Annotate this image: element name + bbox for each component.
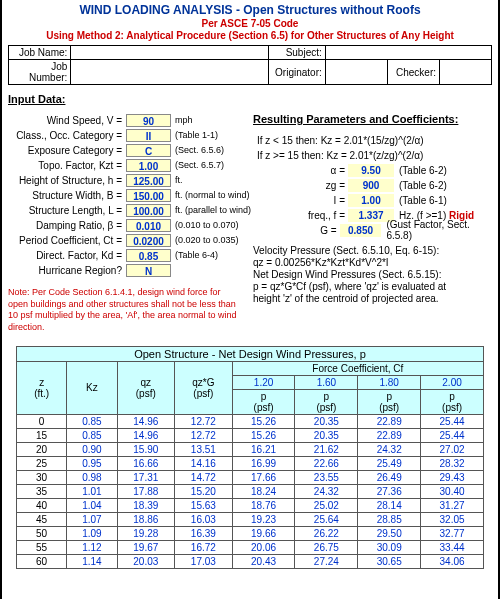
checker-value[interactable] [440, 60, 492, 85]
expcat-input[interactable]: C [126, 144, 171, 157]
qz-equation: qz = 0.00256*Kz*Kzt*Kd*V^2*I [253, 257, 488, 268]
beta-input[interactable]: 0.010 [126, 219, 171, 232]
B-input[interactable]: 150.00 [126, 189, 171, 202]
L-unit: ft. (parallel to wind) [171, 205, 251, 215]
kzt-label: Topo. Factor, Kzt = [8, 160, 126, 171]
kz-low-eq: If z < 15 then: Kz = 2.01*(15/zg)^(2/α) [253, 135, 483, 146]
h-input[interactable]: 125.00 [126, 174, 171, 187]
bottom-fade [2, 575, 498, 599]
z-head: z [39, 377, 44, 388]
inputs-title: Input Data: [8, 93, 492, 105]
table-row: 250.9516.6614.1616.9922.6625.4928.32 [17, 456, 484, 470]
originator-value[interactable] [325, 60, 387, 85]
beta-label: Damping Ratio, β = [8, 220, 126, 231]
occcat-note: (Table 1-1) [171, 130, 218, 140]
hurr-label: Hurricane Region? [8, 265, 126, 276]
B-label: Structure Width, B = [8, 190, 126, 201]
table-row: 501.0919.2816.3919.6626.2229.5032.77 [17, 526, 484, 540]
hurr-input[interactable]: N [126, 264, 171, 277]
L-label: Structure Length, L = [8, 205, 126, 216]
results-column: Resulting Parameters and Coefficients: I… [253, 113, 488, 334]
kzt-note: (Sect. 6.5.7) [171, 160, 224, 170]
zg-label: zg = [253, 180, 348, 191]
table-row: 300.9817.3114.7217.6623.5526.4929.43 [17, 470, 484, 484]
expcat-label: Exposure Category = [8, 145, 126, 156]
inputs-column: Wind Speed, V =90mph Class., Occ. Catego… [8, 113, 253, 334]
expcat-note: (Sect. 6.5.6) [171, 145, 224, 155]
alpha-note: (Table 6-2) [394, 165, 447, 176]
I-note: (Table 6-1) [394, 195, 447, 206]
table-row: 401.0418.3915.6318.7625.0228.1431.27 [17, 498, 484, 512]
header-table: Job Name: Subject: Job Number: Originato… [8, 45, 492, 85]
p-equation2: height 'z' of the centroid of projected … [253, 293, 488, 304]
kzt-input[interactable]: 1.00 [126, 159, 171, 172]
alpha-label: α = [253, 165, 348, 176]
table-row: 351.0117.8815.2018.2424.3227.3630.40 [17, 484, 484, 498]
originator-label: Originator: [268, 60, 325, 85]
ct-label: Period Coefficient, Ct = [8, 235, 126, 246]
G-label: G = [253, 225, 340, 236]
qz-head: qz [141, 377, 152, 388]
kz-head: Kz [67, 361, 117, 414]
cf-3[interactable]: 2.00 [421, 375, 484, 389]
jobnumber-label: Job Number: [9, 60, 71, 85]
kd-note: (Table 6-4) [171, 250, 218, 260]
subject-value[interactable] [325, 46, 491, 60]
page-title: WIND LOADING ANALYSIS - Open Structures … [8, 3, 492, 17]
L-input[interactable]: 100.00 [126, 204, 171, 217]
velocity-title: Velocity Pressure (Sect. 6.5.10, Eq. 6-1… [253, 245, 488, 256]
f-label: freq., f = [253, 210, 348, 221]
I-label: I = [253, 195, 348, 206]
wind-pressure-table: Open Structure - Net Design Wind Pressur… [16, 346, 484, 569]
subject-label: Subject: [268, 46, 325, 60]
design-note: Note: Per Code Section 6.1.4.1, design w… [8, 287, 243, 334]
kd-input[interactable]: 0.85 [126, 249, 171, 262]
subtitle-1: Per ASCE 7-05 Code [8, 18, 492, 29]
windspeed-input[interactable]: 90 [126, 114, 171, 127]
checker-label: Checker: [388, 60, 440, 85]
windspeed-label: Wind Speed, V = [8, 115, 126, 126]
zg-value: 900 [348, 179, 394, 192]
cf-0[interactable]: 1.20 [232, 375, 295, 389]
cf-2[interactable]: 1.80 [358, 375, 421, 389]
cf-1[interactable]: 1.60 [295, 375, 358, 389]
h-label: Height of Structure, h = [8, 175, 126, 186]
ct-note: (0.020 to 0.035) [171, 235, 239, 245]
kz-high-eq: If z >= 15 then: Kz = 2.01*(z/zg)^(2/α) [253, 150, 483, 161]
zg-note: (Table 6-2) [394, 180, 447, 191]
subtitle-2: Using Method 2: Analytical Procedure (Se… [8, 30, 492, 41]
jobname-value[interactable] [71, 46, 268, 60]
table-row: 150.8514.9612.7215.2620.3522.8925.44 [17, 428, 484, 442]
table-row: 00.8514.9612.7215.2620.3522.8925.44 [17, 414, 484, 428]
force-coef-head: Force Coefficient, Cf [232, 361, 483, 375]
jobnumber-value[interactable] [71, 60, 268, 85]
alpha-value: 9.50 [348, 164, 394, 177]
h-unit: ft. [171, 175, 183, 185]
results-title: Resulting Parameters and Coefficients: [253, 113, 488, 125]
table-row: 601.1420.0317.0320.4327.2430.6534.06 [17, 554, 484, 568]
windspeed-unit: mph [171, 115, 193, 125]
beta-note: (0.010 to 0.070) [171, 220, 239, 230]
B-unit: ft. (normal to wind) [171, 190, 250, 200]
G-value: 0.850 [340, 224, 382, 237]
table-row: 200.9015.9013.5116.2121.6224.3227.02 [17, 442, 484, 456]
G-note: (Gust Factor, Sect. 6.5.8) [381, 219, 488, 241]
ct-input[interactable]: 0.0200 [126, 234, 171, 247]
occcat-input[interactable]: II [126, 129, 171, 142]
wind-table-title: Open Structure - Net Design Wind Pressur… [17, 346, 484, 361]
p-equation: p = qz*G*Cf (psf), where 'qz' is evaluat… [253, 281, 488, 292]
occcat-label: Class., Occ. Category = [8, 130, 126, 141]
table-row: 551.1219.6716.7220.0626.7530.0933.44 [17, 540, 484, 554]
I-value: 1.00 [348, 194, 394, 207]
table-row: 451.0718.8616.0319.2325.6428.8532.05 [17, 512, 484, 526]
jobname-label: Job Name: [9, 46, 71, 60]
net-title: Net Design Wind Pressures (Sect. 6.5.15)… [253, 269, 488, 280]
kd-label: Direct. Factor, Kd = [8, 250, 126, 261]
qzg-head: qz*G [192, 377, 214, 388]
